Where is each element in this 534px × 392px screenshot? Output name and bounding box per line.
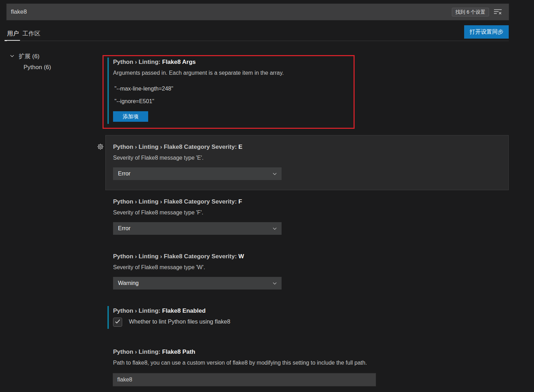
- setting-description: Severity of Flake8 message type 'E'.: [113, 154, 204, 162]
- setting-title-flake8-path: Python › Linting: Flake8 Path: [113, 348, 195, 356]
- sidebar-item-extensions[interactable]: 扩展 (6): [19, 52, 40, 60]
- setting-label: Flake8 Enabled: [162, 307, 206, 314]
- severity-f-dropdown[interactable]: Error: [113, 222, 282, 235]
- setting-category: Python › Linting › Flake8 Category Sever…: [113, 144, 238, 150]
- turn-on-settings-sync-button[interactable]: 打开设置同步: [464, 25, 509, 39]
- dropdown-value: Warning: [118, 280, 139, 286]
- setting-label: Flake8 Args: [162, 59, 196, 65]
- settings-search-input[interactable]: [6, 4, 509, 20]
- setting-category: Python › Linting:: [113, 59, 162, 65]
- modified-indicator-bar: [107, 58, 109, 124]
- tabs-separator: [7, 41, 509, 41]
- settings-count-badge: 找到 6 个设置: [452, 8, 489, 16]
- flake8-enabled-checkbox[interactable]: [113, 318, 122, 327]
- gear-icon[interactable]: [97, 143, 104, 150]
- chevron-down-icon[interactable]: [9, 53, 15, 60]
- setting-label: Flake8 Path: [162, 348, 196, 355]
- setting-description: Path to flake8, you can use a custom ver…: [113, 359, 367, 367]
- setting-description: Severity of Flake8 message type 'F'.: [113, 209, 203, 217]
- tab-workspace[interactable]: 工作区: [22, 29, 40, 38]
- dropdown-value: Error: [118, 171, 131, 177]
- dropdown-value: Error: [118, 225, 131, 232]
- sidebar-item-python[interactable]: Python (6): [24, 64, 51, 71]
- clear-filter-icon: [494, 8, 502, 16]
- setting-title-severity-w: Python › Linting › Flake8 Category Sever…: [113, 253, 244, 260]
- flake8-path-input[interactable]: [113, 373, 376, 386]
- check-icon: [114, 318, 121, 326]
- severity-w-dropdown[interactable]: Warning: [113, 277, 282, 290]
- chevron-down-icon: [272, 281, 277, 287]
- clear-search-filter-button[interactable]: [493, 9, 503, 16]
- add-item-button[interactable]: 添加项: [113, 111, 148, 122]
- setting-description: Whether to lint Python files using flake…: [129, 318, 230, 325]
- settings-editor: 找到 6 个设置 用户 工作区 打开设置同步 扩展 (6) Python (6)…: [0, 0, 534, 392]
- list-item-arg-1[interactable]: "--max-line-length=248": [114, 85, 173, 93]
- setting-label: F: [238, 198, 242, 205]
- setting-category: Python › Linting:: [113, 348, 162, 355]
- chevron-down-icon: [272, 171, 277, 178]
- setting-description: Severity of Flake8 message type 'W'.: [113, 264, 205, 271]
- setting-description: Arguments passed in. Each argument is a …: [113, 69, 284, 77]
- setting-label: W: [238, 253, 244, 260]
- setting-category: Python › Linting › Flake8 Category Sever…: [113, 253, 238, 260]
- tab-user[interactable]: 用户: [7, 29, 19, 38]
- chevron-down-icon: [272, 226, 277, 233]
- setting-title-flake8-args: Python › Linting: Flake8 Args: [113, 58, 196, 66]
- severity-e-dropdown[interactable]: Error: [113, 167, 282, 180]
- setting-title-severity-f: Python › Linting › Flake8 Category Sever…: [113, 198, 242, 206]
- modified-indicator-bar: [107, 306, 109, 329]
- setting-label: E: [238, 144, 242, 150]
- setting-title-severity-e: Python › Linting › Flake8 Category Sever…: [113, 143, 242, 151]
- setting-category: Python › Linting:: [113, 307, 162, 314]
- setting-category: Python › Linting › Flake8 Category Sever…: [113, 198, 238, 205]
- setting-title-flake8-enabled: Python › Linting: Flake8 Enabled: [113, 307, 206, 315]
- list-item-arg-2[interactable]: "--ignore=E501": [114, 98, 154, 105]
